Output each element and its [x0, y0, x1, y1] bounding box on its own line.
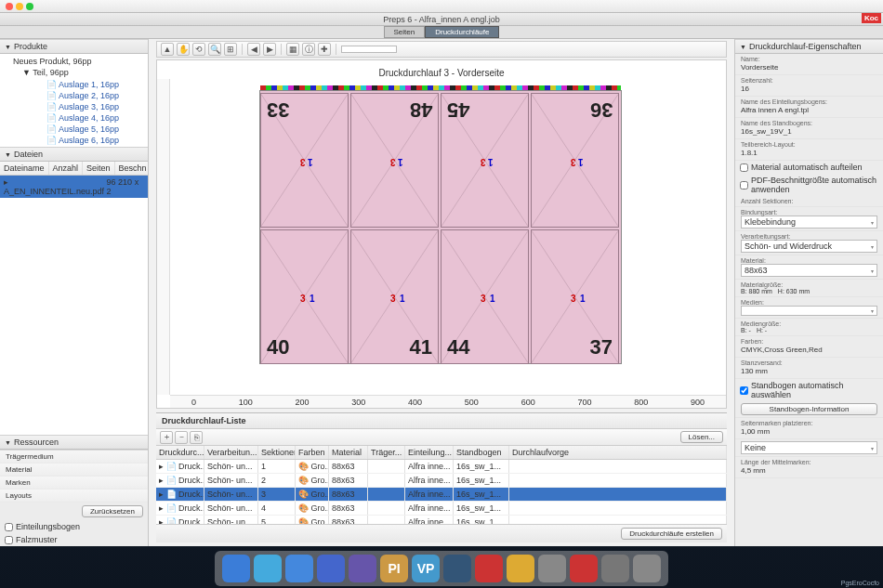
file-row[interactable]: ▸ A_EN_INNENTEIL.neu.pdf96 210 x 2	[0, 176, 148, 198]
pages-icon[interactable]	[507, 555, 534, 582]
settings-icon[interactable]	[601, 555, 629, 582]
tree-signature[interactable]: 📄 Auslage 5, 16pp	[13, 124, 148, 135]
imposition-page[interactable]: 3331	[260, 93, 349, 228]
checkbox-layout-sheet[interactable]: Einteilungsbogen	[0, 520, 148, 533]
product-tree[interactable]: Neues Produkt, 96pp ▼ Teil, 96pp 📄 Ausla…	[0, 54, 148, 147]
table-row[interactable]: ▸ 📄 Druck...Schön- un...3🎨 Gro...88x63Al…	[156, 488, 727, 502]
resource-item[interactable]: Layouts	[0, 490, 148, 503]
run-list-panel: Druckdurchlauf-Liste ＋ － ⎘ Lösen... Druc…	[156, 412, 727, 542]
resource-item[interactable]: Marken	[0, 477, 148, 490]
chevron-down-icon: ▾	[871, 307, 874, 314]
printer-icon[interactable]	[538, 555, 566, 582]
preview-icon[interactable]	[349, 555, 376, 582]
close-icon[interactable]	[6, 3, 13, 10]
dock[interactable]: PIVP	[215, 551, 668, 586]
files-columns: DateinameAnzahlSeitenBeschn	[0, 162, 148, 176]
tree-signature[interactable]: 📄 Auslage 1, 16pp	[13, 79, 148, 90]
run-table[interactable]: Druckdurc...Verarbeitun...SektionenFarbe…	[156, 446, 727, 524]
safari-icon[interactable]	[254, 555, 282, 582]
tree-signature[interactable]: 📄 Auslage 3, 16pp	[13, 101, 148, 112]
chk-auto-trim[interactable]: PDF-Beschnittgrößte automatisch anwenden	[735, 174, 883, 196]
chk-auto-std[interactable]: Standbogen automatisch auswählen	[735, 379, 883, 401]
resource-list[interactable]: TrägermediumMaterialMarkenLayouts	[0, 450, 148, 503]
table-row[interactable]: ▸ 📄 Druck...Schön- un...5🎨 Gro...88x63Al…	[156, 516, 727, 524]
grid-icon[interactable]: ▦	[286, 43, 299, 56]
finder-icon[interactable]	[222, 555, 250, 582]
chevron-down-icon: ▾	[871, 445, 874, 451]
imposition-page[interactable]: 4031	[260, 229, 349, 364]
chevron-down-icon: ▾	[871, 243, 874, 250]
disclosure-icon: ▼	[5, 151, 11, 158]
remove-run-icon[interactable]: －	[175, 431, 188, 444]
window-controls[interactable]	[6, 3, 33, 10]
zoom-icon[interactable]: 🔍	[208, 43, 221, 56]
delete-button[interactable]: Lösen...	[680, 431, 723, 443]
brand-badge: Koc	[862, 13, 881, 23]
imposition-page[interactable]: 4431	[441, 229, 529, 364]
imposition-page[interactable]: 4531	[441, 93, 529, 228]
add-run-icon[interactable]: ＋	[160, 431, 173, 444]
reader-icon[interactable]	[570, 555, 598, 582]
imposition-page[interactable]: 3731	[531, 229, 619, 364]
run-list-header: Druckdurchlauf-Liste	[156, 413, 727, 429]
table-row[interactable]: ▸ 📄 Druck...Schön- un...1🎨 Gro...88x63Al…	[156, 460, 727, 474]
imposition-page[interactable]: 4831	[350, 93, 439, 228]
ruler-vertical	[157, 79, 170, 395]
marks-icon[interactable]: ✚	[318, 43, 331, 56]
photoshop-icon[interactable]	[443, 555, 471, 582]
placemarks-select[interactable]: Keine▾	[741, 441, 877, 454]
disclosure-icon: ▼	[5, 44, 11, 50]
zoom-icon[interactable]	[26, 3, 33, 10]
table-row[interactable]: ▸ 📄 Druck...Schön- un...4🎨 Gro...88x63Al…	[156, 502, 727, 516]
minimize-icon[interactable]	[16, 3, 23, 10]
trash-icon[interactable]	[633, 555, 661, 582]
products-header[interactable]: ▼Produkte	[0, 39, 148, 54]
info-icon[interactable]: ⓘ	[302, 43, 315, 56]
vp-icon[interactable]: VP	[412, 555, 440, 582]
prev-icon[interactable]: ◀	[247, 43, 260, 56]
tree-signature[interactable]: 📄 Auslage 6, 16pp	[13, 135, 148, 146]
imposition-sheet[interactable]: 33314831453136314031413144313731	[259, 90, 622, 364]
center-area: ▲ ✋ ⟲ 🔍 ⊞ ◀ ▶ ▦ ⓘ ✚ Druckdurchlauf 3 - V…	[149, 39, 734, 546]
files-header[interactable]: ▼Dateien	[0, 147, 148, 162]
measure-icon[interactable]: ⊞	[224, 43, 237, 56]
binding-select[interactable]: Klebebindung▾	[741, 216, 877, 229]
imposition-page[interactable]: 4131	[350, 229, 439, 364]
imposition-page[interactable]: 3631	[531, 93, 619, 228]
table-row[interactable]: ▸ 📄 Druck...Schön- un...2🎨 Gro...88x63Al…	[156, 474, 727, 488]
next-icon[interactable]: ▶	[263, 43, 276, 56]
zoom-slider[interactable]	[341, 46, 397, 53]
status-text: PgsEroCocfo	[841, 580, 879, 586]
resource-item[interactable]: Trägermedium	[0, 451, 148, 464]
checkbox-fold-pattern[interactable]: Falzmuster	[0, 533, 148, 546]
acrobat-icon[interactable]	[475, 555, 503, 582]
material-select[interactable]: 88x63▾	[741, 264, 877, 277]
tab-runs[interactable]: Druckdurchläufe	[425, 26, 499, 38]
window-title: Preps 6 - Alfra_innen A engl.job	[0, 13, 883, 26]
tree-signature[interactable]: 📄 Auslage 4, 16pp	[13, 112, 148, 124]
mail-icon[interactable]	[285, 555, 313, 582]
media-select[interactable]: ▾	[741, 306, 877, 316]
tab-pages[interactable]: Seiten	[384, 26, 426, 38]
workstyle-select[interactable]: Schön- und Widerdruck▾	[741, 240, 877, 253]
tree-root[interactable]: Neues Produkt, 96pp	[0, 56, 148, 67]
reset-button[interactable]: Zurücksetzen	[82, 505, 143, 517]
canvas[interactable]: Druckdurchlauf 3 - Vorderseite 010020030…	[156, 59, 727, 409]
std-info-button[interactable]: Standbogen-Information	[741, 403, 877, 415]
chevron-down-icon: ▾	[871, 268, 874, 274]
tree-signature[interactable]: 📄 Auslage 2, 16pp	[13, 90, 148, 101]
resources-header[interactable]: ▼Ressourcen	[0, 435, 148, 450]
properties-panel: ▼Druckdurchlauf-Eigenschaften Name:Vorde…	[734, 39, 883, 546]
appstore-icon[interactable]	[317, 555, 345, 582]
tree-part[interactable]: ▼ Teil, 96pp	[0, 67, 148, 78]
hand-icon[interactable]: ✋	[177, 43, 190, 56]
duplicate-icon[interactable]: ⎘	[190, 431, 203, 444]
resource-item[interactable]: Material	[0, 464, 148, 477]
create-runs-button[interactable]: Druckdurchläufe erstellen	[621, 528, 722, 540]
pi-icon[interactable]: PI	[380, 555, 408, 582]
chk-auto-split[interactable]: Material automatisch aufteilen	[735, 161, 883, 174]
pointer-icon[interactable]: ▲	[161, 43, 174, 56]
rotate-icon[interactable]: ⟲	[192, 43, 205, 56]
files-list[interactable]: ▸ A_EN_INNENTEIL.neu.pdf96 210 x 2	[0, 176, 148, 278]
disclosure-icon: ▼	[5, 439, 11, 446]
